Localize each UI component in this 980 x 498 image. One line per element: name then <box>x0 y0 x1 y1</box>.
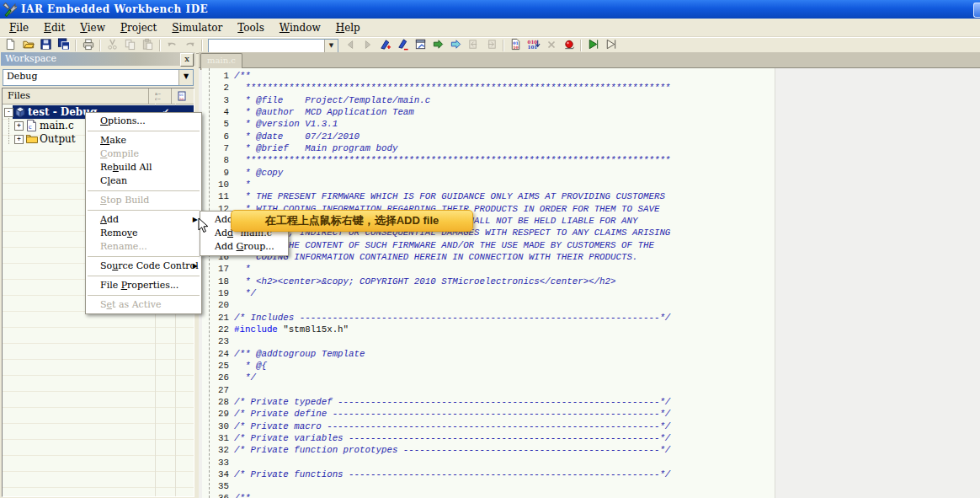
cut-icon <box>106 38 119 54</box>
code-segment: /* Private variables -------------------… <box>234 433 670 443</box>
code-segment: * <h2><center>&copy; COPYRIGHT 2010 STMi… <box>234 276 616 286</box>
menu-tools[interactable]: Tools <box>230 20 272 35</box>
code-segment: /* Private define ----------------------… <box>234 409 670 419</box>
save-icon <box>40 38 52 54</box>
files-header: Files a~c~ 0110 <box>3 88 194 104</box>
compile-button[interactable]: 0110 <box>507 39 525 52</box>
code-view[interactable]: 1/**2 **********************************… <box>202 68 775 498</box>
menu-item-source-code-control[interactable]: Source Code Control▶ <box>86 260 201 273</box>
save-button[interactable] <box>37 39 55 52</box>
source-browser-column-icon[interactable]: a~c~ <box>148 88 171 104</box>
svg-text:c~: c~ <box>155 96 161 101</box>
code-line: 33 <box>202 457 775 469</box>
code-segment: /** @addtogroup Template <box>234 349 365 359</box>
code-segment: * FROM THE CONTENT OF SUCH FIRMWARE AND/… <box>234 240 654 250</box>
workspace-title: Workspace <box>5 53 56 64</box>
line-number: 6 <box>202 131 229 142</box>
menu-help[interactable]: Help <box>328 20 368 35</box>
code-segment: */ <box>234 288 256 298</box>
go-next-statement-button[interactable] <box>429 39 447 52</box>
build-config-select[interactable]: Debug ▼ <box>3 69 194 86</box>
code-line: 35 <box>202 480 775 492</box>
menu-simulator[interactable]: Simulator <box>164 20 230 35</box>
toolbar-separator <box>201 40 203 51</box>
save-all-button[interactable] <box>55 39 72 52</box>
debug-without-downloading-button[interactable] <box>602 39 620 52</box>
undo-icon <box>166 38 178 54</box>
code-line: 29/* Private define --------------------… <box>202 408 775 420</box>
chevron-down-icon[interactable]: ▼ <box>324 40 338 52</box>
menu-item-remove[interactable]: Remove <box>86 227 201 240</box>
line-number: 26 <box>202 372 229 383</box>
expand-icon[interactable]: + <box>14 121 24 131</box>
stop-build-button <box>542 39 560 52</box>
code-line: 6 * @date 07/21/2010 <box>202 131 775 142</box>
find-in-window-button[interactable] <box>412 39 429 52</box>
code-segment: * @file Project/Template/main.c <box>234 95 436 105</box>
code-segment: * @version V1.3.1 <box>234 119 338 129</box>
menu-item-stop-build: Stop Build <box>86 194 201 207</box>
svg-text:101: 101 <box>527 45 537 50</box>
window-control-sliver[interactable] <box>973 3 980 18</box>
line-number: 35 <box>202 480 229 492</box>
line-number: 33 <box>202 457 229 469</box>
menu-item-rebuild-all[interactable]: Rebuild All <box>86 161 201 174</box>
collapse-icon[interactable]: - <box>4 108 13 117</box>
line-number: 18 <box>202 276 229 287</box>
line-number: 29 <box>202 408 229 420</box>
code-line: 34/* Private functions -----------------… <box>202 469 775 480</box>
menu-view[interactable]: View <box>72 20 113 35</box>
line-number: 30 <box>202 420 229 432</box>
line-number: 7 <box>202 142 229 154</box>
toggle-bookmark-button[interactable] <box>376 39 394 52</box>
make-button[interactable]: 010101 <box>525 39 542 52</box>
stop-build-icon <box>546 38 557 54</box>
menu-item-add-group[interactable]: Add Group... <box>200 240 288 254</box>
chevron-down-icon[interactable]: ▼ <box>178 70 193 85</box>
code-line: 18 * <h2><center>&copy; COPYRIGHT 2010 S… <box>202 276 775 287</box>
workspace-panel-header[interactable]: Workspace x <box>1 52 195 66</box>
tab-main-c[interactable]: main.c <box>200 53 242 70</box>
menu-window[interactable]: Window <box>272 20 328 35</box>
next-bookmark-button[interactable] <box>394 39 412 52</box>
menu-item-compile: Compile <box>86 147 201 161</box>
print-button[interactable] <box>79 39 97 52</box>
line-number: 11 <box>202 190 229 202</box>
expand-icon[interactable]: + <box>14 135 24 144</box>
go-to-button[interactable] <box>447 39 465 52</box>
new-document-button[interactable] <box>2 39 19 52</box>
code-line: 28/* Private typedef -------------------… <box>202 396 775 408</box>
code-line: 30/* Private macro ---------------------… <box>202 420 775 432</box>
line-number: 20 <box>202 299 229 311</box>
tree-item-label: main.c <box>40 120 74 131</box>
find-next-icon <box>362 38 374 54</box>
download-and-debug-button[interactable] <box>584 39 602 52</box>
quick-search-combobox[interactable]: ▼ <box>208 39 338 53</box>
code-line: 20 <box>202 299 775 311</box>
menu-item-make[interactable]: Make <box>86 134 201 147</box>
menu-separator <box>88 256 200 257</box>
menu-project[interactable]: Project <box>113 20 164 35</box>
download-and-debug-icon <box>587 38 599 54</box>
output-column-icon[interactable]: 0110 <box>171 88 194 104</box>
code-line: 24/** @addtogroup Template <box>202 348 775 360</box>
line-number: 5 <box>202 118 229 130</box>
title-bar: IAR Embedded Workbench IDE <box>0 0 980 19</box>
toggle-breakpoint-button[interactable] <box>560 39 578 52</box>
tooltip-text: 在工程上点鼠标右键，选择ADD file <box>265 213 439 228</box>
toolbar-separator <box>75 40 77 51</box>
menu-item-options[interactable]: Options... <box>86 115 201 128</box>
code-segment: #include <box>234 324 278 335</box>
code-line: 27 <box>202 384 775 396</box>
code-segment: /* Includes ----------------------------… <box>234 313 670 323</box>
toolbar-separator <box>580 40 582 51</box>
open-folder-button[interactable] <box>19 39 37 52</box>
menu-item-clean[interactable]: Clean <box>86 174 201 188</box>
menu-item-add[interactable]: Add▶ <box>86 213 201 227</box>
menu-file[interactable]: File <box>2 20 36 35</box>
menu-edit[interactable]: Edit <box>36 20 72 35</box>
menu-item-file-properties[interactable]: File Properties... <box>86 279 201 292</box>
files-header-label: Files <box>3 88 148 104</box>
paste-button <box>139 39 157 52</box>
close-icon[interactable]: x <box>180 53 194 67</box>
